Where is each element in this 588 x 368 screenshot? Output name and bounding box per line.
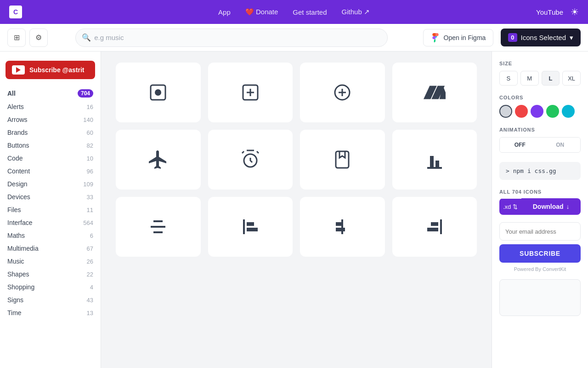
swatch-default[interactable] (499, 105, 512, 118)
sidebar-item-label: Shopping (7, 283, 34, 291)
nav-donate[interactable]: ❤️ Donate (245, 8, 278, 16)
figma-button[interactable]: Open in Figma (423, 29, 494, 46)
adjust-button[interactable]: ⚙ (29, 29, 48, 47)
size-s-button[interactable]: S (499, 71, 518, 86)
bookmark-icon (331, 149, 353, 171)
sidebar-item-label: Time (7, 309, 22, 316)
sidebar-item-multimedia[interactable]: Multimedia 67 (0, 242, 101, 255)
swatch-green[interactable] (546, 105, 559, 118)
sidebar-item-code[interactable]: Code 10 (0, 152, 101, 165)
sidebar-item-brands[interactable]: Brands 60 (0, 126, 101, 139)
animation-toggle: OFF ON (499, 137, 581, 153)
sidebar-item-label: Maths (7, 232, 25, 239)
download-icon: ↓ (566, 203, 570, 210)
sidebar-item-design[interactable]: Design 109 (0, 178, 101, 190)
subscribe-banner[interactable]: Subscribe @astrit (6, 61, 95, 79)
format-label: .xd (503, 203, 511, 210)
size-label: SIZE (499, 61, 581, 66)
icons-selected-button[interactable]: 0 Icons Selected ▾ (501, 29, 581, 46)
sidebar-count: 6 (90, 232, 93, 239)
sidebar-item-shapes[interactable]: Shapes 22 (0, 268, 101, 281)
math-plus-square-icon (239, 81, 261, 104)
sidebar-item-shopping[interactable]: Shopping 4 (0, 281, 101, 293)
size-l-button[interactable]: L (542, 71, 560, 86)
svg-rect-25 (341, 219, 343, 234)
icon-cell-bookmark[interactable] (300, 130, 385, 190)
square-record-icon (147, 81, 169, 104)
sidebar-item-arrows[interactable]: Arrows 140 (0, 113, 101, 126)
svg-rect-30 (427, 228, 438, 231)
nav-get-started[interactable]: Get started (293, 8, 327, 16)
sidebar-count: 43 (87, 297, 93, 304)
search-icon: 🔍 (82, 33, 91, 42)
sidebar-item-files[interactable]: Files 11 (0, 203, 101, 216)
filter-button[interactable]: ⊞ (7, 29, 26, 47)
nav-app[interactable]: App (218, 8, 231, 16)
svg-rect-15 (336, 151, 349, 168)
sidebar-count: 4 (90, 284, 93, 291)
subscribe-label: Subscribe @astrit (29, 66, 84, 74)
icon-cell-align-left-content[interactable] (208, 197, 293, 257)
swatch-red[interactable] (515, 105, 528, 118)
sun-icon[interactable]: ☀ (571, 6, 579, 17)
email-input[interactable] (499, 222, 581, 241)
selected-count: 0 (508, 33, 517, 42)
sidebar-item-label: Arrows (7, 116, 28, 123)
sidebar-item-signs[interactable]: Signs 43 (0, 293, 101, 306)
download-label: Download (533, 203, 564, 210)
icon-cell-alarm[interactable] (208, 130, 293, 190)
sidebar-item-buttons[interactable]: Buttons 82 (0, 139, 101, 152)
anim-on-button[interactable]: ON (540, 138, 581, 152)
align-left-content-icon (239, 216, 261, 238)
icon-cell-adidas[interactable] (392, 63, 477, 122)
youtube-icon (12, 65, 25, 75)
sidebar-count: 33 (87, 194, 93, 201)
anim-off-button[interactable]: OFF (500, 138, 540, 152)
icon-cell-square-record[interactable] (116, 63, 201, 122)
icon-cell-align-center-v[interactable] (300, 197, 385, 257)
sidebar-item-time[interactable]: Time 13 (0, 306, 101, 319)
icon-cell-text-strike[interactable] (116, 197, 201, 257)
icon-cell-airplane[interactable] (116, 130, 201, 190)
main-nav: App ❤️ Donate Get started Github ↗ (218, 8, 370, 16)
swatch-purple[interactable] (531, 105, 543, 118)
toolbar: ⊞ ⚙ 🔍 Open in Figma 0 Icons Selected ▾ (0, 24, 588, 52)
swatch-cyan[interactable] (562, 105, 575, 118)
sidebar-item-devices[interactable]: Devices 33 (0, 190, 101, 203)
nav-youtube[interactable]: YouTube (536, 8, 563, 16)
figma-label: Open in Figma (444, 34, 486, 41)
search-input[interactable] (75, 29, 388, 47)
sidebar-item-alerts[interactable]: Alerts 16 (0, 100, 101, 113)
sidebar-item-label: Multimedia (7, 245, 39, 252)
sidebar-item-interface[interactable]: Interface 564 (0, 216, 101, 229)
sidebar-item-label: Content (7, 167, 30, 175)
size-xl-button[interactable]: XL (562, 71, 581, 86)
sidebar-item-content[interactable]: Content 96 (0, 165, 101, 178)
size-m-button[interactable]: M (520, 71, 539, 86)
icon-cell-math-plus-circle[interactable] (300, 63, 385, 122)
chevron-icon: ⇅ (513, 203, 518, 210)
nav-github[interactable]: Github ↗ (342, 8, 370, 16)
animations-label: ANIMATIONS (499, 127, 581, 132)
adidas-icon (424, 81, 446, 104)
sidebar-item-maths[interactable]: Maths 6 (0, 229, 101, 242)
icons-grid (116, 63, 477, 257)
sidebar-item-music[interactable]: Music 26 (0, 255, 101, 268)
icon-cell-align-right-content[interactable] (392, 197, 477, 257)
sidebar-item-label: Devices (7, 193, 30, 201)
adjust-icon: ⚙ (35, 33, 42, 42)
filter-icon: ⊞ (14, 33, 20, 42)
sidebar-count: 16 (87, 104, 93, 110)
icon-cell-align-bottom[interactable] (392, 130, 477, 190)
icon-cell-math-plus-square[interactable] (208, 63, 293, 122)
sidebar-item-label: Music (7, 258, 24, 265)
sidebar-item-all[interactable]: All 704 (0, 86, 101, 100)
svg-line-12 (242, 151, 244, 153)
svg-rect-18 (435, 161, 439, 167)
download-button[interactable]: Download ↓ (521, 198, 581, 215)
sidebar-count: 22 (87, 271, 93, 278)
sidebar-item-label: Signs (7, 296, 23, 304)
format-select[interactable]: .xd ⇅ (499, 199, 521, 215)
subscribe-button[interactable]: SUBSCRIBE (499, 244, 581, 263)
sidebar-count: 82 (87, 142, 93, 149)
